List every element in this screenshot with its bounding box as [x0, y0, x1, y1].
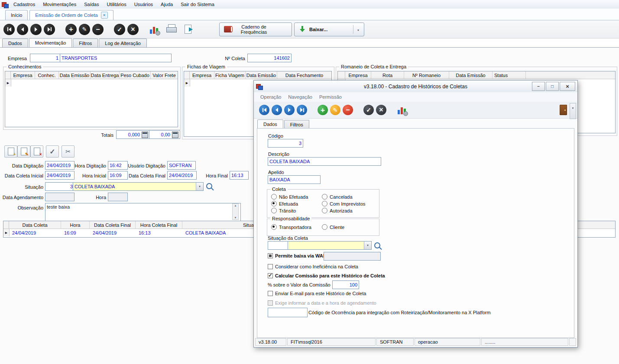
- radio-transito[interactable]: Trânsito: [271, 208, 322, 213]
- codigo-field[interactable]: 3: [268, 139, 303, 148]
- dialog-nav-last-button[interactable]: [297, 105, 307, 115]
- chevron-down-icon[interactable]: [364, 242, 371, 249]
- tab-emissao-ordem-coleta[interactable]: Emissão de Ordem de Coleta: [29, 10, 113, 20]
- radio-cliente[interactable]: Cliente: [322, 224, 375, 230]
- dialog-tab-filtros[interactable]: Filtros: [284, 120, 309, 129]
- edit-button[interactable]: [79, 24, 90, 35]
- situacao-coleta-code-field[interactable]: [268, 241, 289, 250]
- record-edit-button[interactable]: ✎: [17, 145, 30, 158]
- dialog-menu-navegacao[interactable]: Navegação: [285, 93, 315, 100]
- apelido-field[interactable]: BAIXADA: [268, 175, 321, 184]
- tab-inicio[interactable]: Início: [5, 10, 28, 20]
- maximize-button[interactable]: [546, 82, 559, 91]
- chart-icon[interactable]: [149, 24, 159, 35]
- nav-last-button[interactable]: [44, 24, 55, 35]
- menu-item-ajuda[interactable]: Ajuda: [157, 1, 176, 8]
- dialog-menu-permissao[interactable]: Permissão: [316, 93, 345, 100]
- data-digitacao-field[interactable]: 24/04/2019: [45, 161, 75, 170]
- exit-icon[interactable]: [184, 24, 194, 35]
- subtab-log-alteracao[interactable]: Log de Alteração: [99, 39, 147, 47]
- total-valor-field[interactable]: 0,00: [149, 130, 180, 139]
- usuario-digitacao-field[interactable]: SOFTRAN: [167, 161, 196, 170]
- checkbox-enviar-email[interactable]: Enviar E-mail para este Histórico de Col…: [268, 291, 366, 296]
- dialog-confirm-button[interactable]: [363, 105, 374, 115]
- total-peso-field[interactable]: 0,000: [116, 130, 150, 139]
- caderno-frequencias-button[interactable]: Caderno de Frequências: [219, 23, 292, 36]
- checkbox-calcular-comissao[interactable]: Calcular Comissão para este Histórico de…: [268, 273, 385, 278]
- radio-efetuada[interactable]: Efetuada: [271, 201, 322, 206]
- radio-com-imprevistos[interactable]: Com Imprevistos: [322, 201, 375, 206]
- record-delete-button[interactable]: ×: [30, 145, 43, 158]
- confirm-button[interactable]: [114, 24, 125, 35]
- data-coleta-inicial-field[interactable]: 24/04/2019: [45, 171, 75, 180]
- menu-item-usuarios[interactable]: Usuários: [131, 1, 156, 8]
- dialog-chart-icon[interactable]: [397, 105, 407, 115]
- record-confirm-button[interactable]: ✓: [46, 145, 59, 158]
- scroll-down-icon[interactable]: ▼: [234, 216, 237, 219]
- dialog-nav-next-button[interactable]: [284, 105, 295, 115]
- hora-digitacao-field[interactable]: 16:42: [108, 161, 128, 170]
- cancel-button[interactable]: [127, 24, 139, 35]
- situacao-coleta-combobox[interactable]: [288, 241, 372, 250]
- record-new-button[interactable]: +: [4, 145, 17, 158]
- hora-final-field[interactable]: 16:13: [230, 171, 249, 180]
- dialog-delete-button[interactable]: [343, 105, 353, 115]
- menu-item-sair[interactable]: Sair do Sistema: [177, 1, 218, 8]
- data-coleta-final-field[interactable]: 24/04/2019: [167, 171, 197, 180]
- codigo-ocorrencia-field[interactable]: [268, 308, 308, 317]
- empresa-code-field[interactable]: 1: [30, 54, 60, 62]
- menu-item-saidas[interactable]: Saídas: [81, 1, 102, 8]
- dialog-nav-previous-button[interactable]: [272, 105, 282, 115]
- situacao-combobox[interactable]: COLETA BAIXADA: [73, 182, 204, 191]
- subtab-movimentacao[interactable]: Movimentação: [29, 38, 72, 47]
- checkbox-permite-baixa-wap[interactable]: Permite baixa via WAP: [268, 253, 326, 258]
- subtab-dados[interactable]: Dados: [2, 39, 28, 47]
- search-icon[interactable]: [374, 242, 380, 248]
- radio-nao-efetuada[interactable]: Não Efetuada: [271, 194, 322, 200]
- radio-transportadora[interactable]: Transportadora: [271, 224, 322, 230]
- tab-close-icon[interactable]: [101, 12, 108, 19]
- subtab-filtros[interactable]: Filtros: [73, 39, 98, 47]
- numero-coleta-field[interactable]: 141602: [247, 54, 292, 62]
- hora-inicial-field[interactable]: 16:09: [108, 171, 128, 180]
- baixar-dropdown-icon[interactable]: [357, 27, 360, 32]
- empresa-name-field[interactable]: TRANSPORTES: [60, 54, 172, 62]
- dialog-edit-button[interactable]: [330, 105, 340, 115]
- close-button[interactable]: [560, 82, 575, 91]
- table-row[interactable]: [5, 79, 178, 87]
- chevron-down-icon[interactable]: [196, 183, 203, 190]
- dialog-cancel-button[interactable]: [376, 105, 386, 115]
- nav-next-button[interactable]: [30, 24, 42, 35]
- descricao-field[interactable]: COLETA BAIXADA: [268, 157, 381, 166]
- observacao-textarea[interactable]: teste baixa: [45, 203, 241, 221]
- calculator-icon[interactable]: [172, 132, 178, 138]
- menu-item-movimentacoes[interactable]: Movimentações: [39, 1, 80, 8]
- dialog-menu-operacao[interactable]: Operação: [257, 93, 284, 100]
- exit-door-icon[interactable]: [560, 105, 567, 115]
- menu-item-utilitarios[interactable]: Utilitários: [103, 1, 130, 8]
- calculator-icon[interactable]: [142, 132, 148, 138]
- toolbar-overflow-button[interactable]: [570, 103, 576, 119]
- search-icon[interactable]: [206, 183, 212, 189]
- baixar-button[interactable]: Baixar...: [294, 23, 364, 36]
- record-cancel-button[interactable]: ✂: [62, 145, 75, 158]
- add-button[interactable]: [65, 24, 77, 35]
- minimize-button[interactable]: [532, 82, 545, 91]
- nav-previous-button[interactable]: [17, 24, 28, 35]
- radio-cancelada[interactable]: Cancelada: [322, 194, 375, 200]
- menu-item-cadastros[interactable]: Cadastros: [10, 1, 39, 8]
- delete-button[interactable]: [92, 24, 104, 35]
- print-icon[interactable]: [166, 24, 177, 34]
- dialog-nav-first-button[interactable]: [259, 105, 269, 115]
- observacao-scrollbar[interactable]: ▲ ▼: [232, 203, 239, 220]
- conhecimentos-grid[interactable]: Empresa Conhec. Data Emissão Data Entreg…: [5, 71, 178, 127]
- situacao-code-field[interactable]: 3: [45, 182, 75, 191]
- dialog-tab-dados[interactable]: Dados: [257, 119, 283, 129]
- scroll-up-icon[interactable]: ▲: [234, 204, 237, 207]
- nav-first-button[interactable]: [3, 24, 15, 35]
- dialog-title-bar[interactable]: v3.18.00 - Cadastro de Históricos de Col…: [254, 81, 577, 93]
- radio-autorizada[interactable]: Autorizada: [322, 208, 375, 213]
- checkbox-ineficiencia[interactable]: Considerar como Ineficiência na Coleta: [268, 264, 358, 269]
- resize-grip[interactable]: [569, 338, 576, 346]
- dialog-add-button[interactable]: [318, 105, 328, 115]
